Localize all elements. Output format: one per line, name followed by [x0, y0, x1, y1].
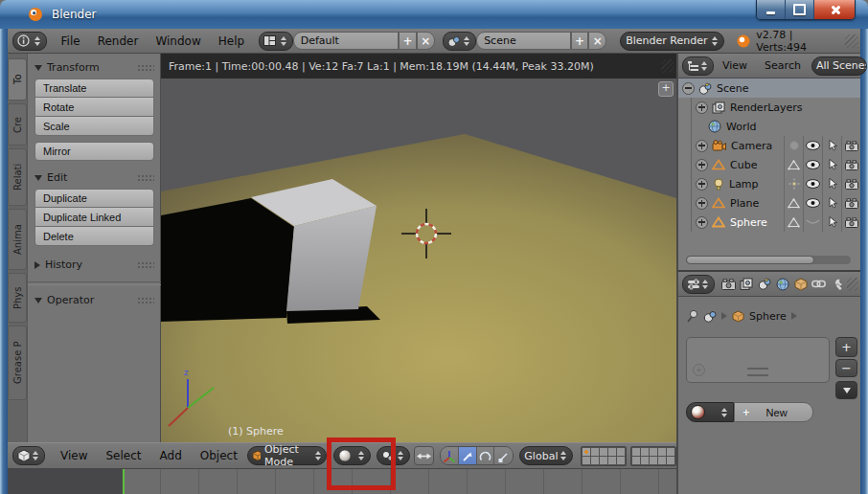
selectability-cursor-icon[interactable]	[822, 174, 841, 193]
menu-add[interactable]: Add	[151, 444, 191, 467]
menu-file[interactable]: File	[53, 30, 89, 53]
layers-grid-right[interactable]	[630, 446, 676, 466]
expand-plus-icon[interactable]	[696, 216, 708, 229]
pin-icon[interactable]	[686, 309, 698, 323]
area-corner-grip[interactable]	[661, 59, 674, 73]
tab-create[interactable]: Cre	[8, 103, 27, 146]
outliner-row-world[interactable]: World	[678, 117, 860, 136]
maximize-button[interactable]	[786, 0, 814, 19]
breadcrumb-object-name[interactable]: Sphere	[749, 310, 787, 323]
tab-relations[interactable]: Relati	[8, 148, 27, 206]
expand-plus-icon[interactable]	[696, 101, 708, 114]
mode-dropdown[interactable]: Object Mode	[247, 446, 327, 465]
area-corner-grip[interactable]	[845, 34, 858, 48]
object-tab-button[interactable]	[793, 276, 810, 293]
panel-grip-icon[interactable]	[137, 297, 154, 304]
expand-plus-icon[interactable]	[696, 178, 708, 191]
scale-button[interactable]: Scale	[34, 117, 154, 136]
scene-add-button[interactable]: +	[571, 32, 589, 50]
breadcrumb-scene-icon[interactable]	[703, 310, 717, 323]
timeline-strip[interactable]	[8, 469, 676, 494]
editor-type-3dview-button[interactable]	[12, 446, 45, 465]
renderability-camera-icon[interactable]	[841, 136, 860, 155]
renderability-camera-icon[interactable]	[841, 155, 860, 174]
translate-manipulator-button[interactable]	[459, 447, 477, 465]
menu-select[interactable]: Select	[97, 444, 149, 467]
transform-orientation-dropdown[interactable]: Global	[519, 446, 573, 465]
visibility-eye-icon[interactable]	[803, 136, 822, 155]
render-engine-dropdown[interactable]: Blender Render	[620, 32, 723, 51]
scene-name-field[interactable]: Scene	[476, 32, 571, 50]
menu-render[interactable]: Render	[89, 30, 148, 53]
renderability-camera-icon[interactable]	[841, 193, 860, 213]
title-bar[interactable]: Blender	[0, 0, 868, 30]
menu-object[interactable]: Object	[192, 444, 246, 467]
material-browse-dropdown[interactable]	[686, 402, 734, 422]
outliner-row-sphere[interactable]: Sphere	[678, 213, 860, 232]
rotate-manipulator-button[interactable]	[477, 447, 495, 465]
current-frame-marker[interactable]	[123, 469, 125, 494]
manipulate-center-points-button[interactable]	[414, 446, 434, 465]
layer-cell-active[interactable]	[582, 448, 590, 456]
panel-header-operator[interactable]: Operator	[34, 291, 154, 309]
menu-help[interactable]: Help	[210, 30, 253, 53]
world-tab-button[interactable]	[775, 276, 791, 293]
breadcrumb-object-icon[interactable]	[732, 310, 744, 323]
delete-button[interactable]: Delete	[34, 227, 154, 246]
list-resize-grip-icon[interactable]	[747, 368, 768, 376]
screen-layout-name-field[interactable]: Default	[293, 32, 399, 50]
editor-type-outliner-button[interactable]	[682, 56, 714, 76]
outliner-row-lamp[interactable]: Lamp	[678, 174, 860, 193]
mirror-button[interactable]: Mirror	[34, 142, 154, 161]
outliner-row-scene[interactable]: Scene	[678, 79, 860, 98]
scene-tab-button[interactable]	[757, 276, 773, 293]
scrollbar-thumb[interactable]	[686, 256, 814, 264]
outliner-scrollbar[interactable]	[686, 256, 851, 264]
panel-grip-icon[interactable]	[137, 174, 154, 182]
screen-layout-add-button[interactable]: +	[399, 32, 417, 50]
minimize-button[interactable]	[757, 0, 786, 19]
remove-material-slot-button[interactable]: −	[835, 359, 857, 377]
constraints-tab-button[interactable]	[811, 276, 827, 293]
menu-view[interactable]: View	[52, 444, 96, 467]
new-material-button[interactable]: + New	[734, 402, 813, 422]
visibility-eye-icon[interactable]	[803, 155, 822, 174]
menu-window[interactable]: Window	[147, 30, 209, 53]
renderability-camera-icon[interactable]	[841, 174, 860, 193]
renderability-camera-icon[interactable]	[841, 213, 860, 232]
expand-plus-icon[interactable]	[696, 197, 708, 210]
render-layers-tab-button[interactable]	[739, 276, 755, 293]
render-tab-button[interactable]	[720, 276, 737, 293]
pivot-point-dropdown[interactable]	[377, 446, 411, 465]
panel-header-history[interactable]: History	[34, 256, 154, 274]
scene-browse-button[interactable]	[443, 32, 477, 51]
modifiers-tab-button[interactable]	[829, 276, 845, 293]
tab-animation[interactable]: Anima	[8, 209, 27, 270]
viewport-3d[interactable]: z (1) Sphere +	[161, 79, 676, 442]
panel-grip-icon[interactable]	[137, 261, 154, 269]
add-material-slot-button[interactable]: +	[835, 337, 857, 357]
selectability-cursor-icon[interactable]	[822, 193, 841, 213]
selectability-cursor-icon[interactable]	[822, 155, 841, 174]
screen-layout-browse-button[interactable]	[259, 32, 293, 51]
outliner-row-plane[interactable]: Plane	[678, 193, 860, 213]
selectability-cursor-icon[interactable]	[822, 213, 841, 232]
tab-tools[interactable]: To	[8, 58, 27, 101]
panel-header-edit[interactable]: Edit	[34, 168, 154, 187]
outliner-scope-dropdown[interactable]: All Scenes	[811, 56, 867, 76]
outliner-menu-view[interactable]: View	[714, 55, 756, 78]
outliner-row-renderlayers[interactable]: RenderLayers	[678, 98, 860, 117]
outliner-menu-search[interactable]: Search	[756, 55, 810, 78]
outliner-row-cube[interactable]: Cube	[678, 155, 860, 174]
region-expand-button[interactable]: +	[658, 81, 674, 97]
panel-grip-icon[interactable]	[137, 64, 154, 72]
tab-grease-pencil[interactable]: Grease P	[8, 326, 27, 400]
panel-header-transform[interactable]: Transform	[34, 58, 154, 77]
close-button[interactable]	[814, 0, 855, 19]
layers-grid-left[interactable]	[581, 446, 627, 466]
screen-layout-delete-button[interactable]: ×	[417, 32, 435, 50]
material-specials-button[interactable]	[835, 381, 857, 399]
duplicate-linked-button[interactable]: Duplicate Linked	[34, 208, 154, 227]
duplicate-button[interactable]: Duplicate	[34, 189, 154, 208]
collapse-minus-icon[interactable]	[682, 82, 695, 95]
